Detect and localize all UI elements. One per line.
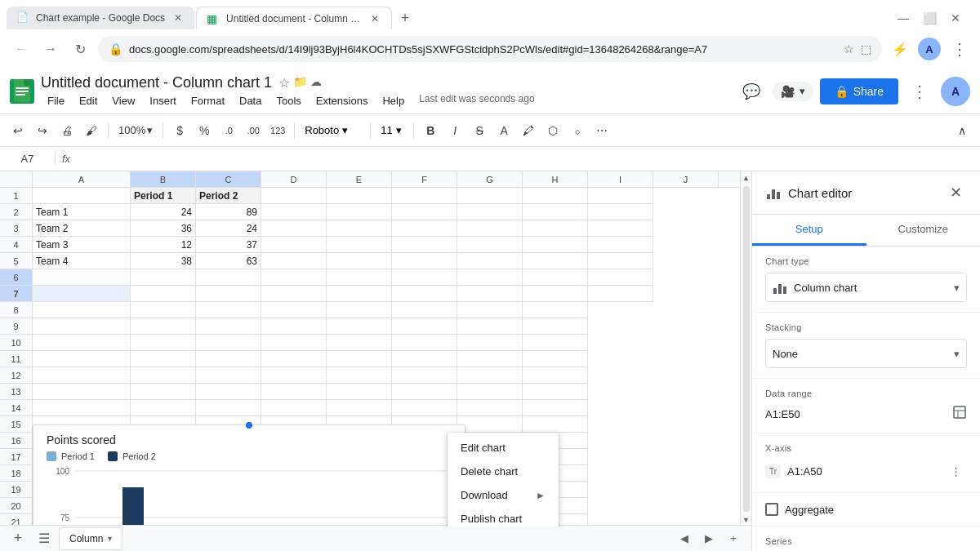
col-header-e[interactable]: E [327,171,392,187]
aggregate-checkbox[interactable] [765,503,778,516]
row-num-19[interactable]: 19 [0,482,33,498]
chat-icon[interactable]: 💬 [737,77,766,106]
menu-insert[interactable]: Insert [143,93,183,109]
cell-b6[interactable] [131,269,196,286]
cell-c7[interactable] [196,286,261,302]
cell-reference[interactable]: A7 [7,153,56,165]
cell-h6[interactable] [523,269,588,286]
cell-b2[interactable]: 24 [131,204,196,220]
vertical-scrollbar[interactable]: ▲ ▼ [740,171,751,527]
stacking-select[interactable]: None ▾ [765,339,967,368]
chart-editor-close-button[interactable]: ✕ [944,181,967,204]
italic-button[interactable]: I [443,119,466,142]
cell-g6[interactable] [457,269,523,286]
menu-view[interactable]: View [105,93,141,109]
close-browser-button[interactable]: ✕ [944,7,967,29]
cell-i2[interactable] [588,204,653,220]
print-button[interactable]: 🖨 [56,119,78,142]
col-header-d[interactable]: D [261,171,327,187]
menu-extensions[interactable]: Extensions [310,93,375,109]
add-sheet-icon[interactable]: + [722,527,745,550]
chart-type-select[interactable]: Column chart ▾ [765,273,967,302]
scroll-up-button[interactable]: ▲ [740,171,751,184]
cell-h5[interactable] [523,253,588,269]
menu-file[interactable]: File [41,93,71,109]
cell-e4[interactable] [327,237,392,253]
cell-a6[interactable] [33,269,131,286]
col-header-f[interactable]: F [392,171,457,187]
row-num-2[interactable]: 2 [0,204,33,220]
bookmark-icon[interactable]: ☆ [844,42,854,56]
scroll-track[interactable] [743,186,750,512]
collapse-toolbar-button[interactable]: ∧ [951,119,973,142]
cell-h1[interactable] [523,188,588,204]
col-header-g[interactable]: G [457,171,523,187]
cell-f6[interactable] [392,269,457,286]
row-num-6[interactable]: 6 [0,269,33,286]
cell-i1[interactable] [588,188,653,204]
strikethrough-button[interactable]: S [468,119,491,142]
pip-icon[interactable]: ⬚ [861,42,871,56]
cell-e6[interactable] [327,269,392,286]
row-num-9[interactable]: 9 [0,318,33,335]
cell-a5[interactable]: Team 4 [33,253,131,269]
cell-f1[interactable] [392,188,457,204]
cell-d4[interactable] [261,237,327,253]
tab-untitled[interactable]: ▦ Untitled document - Column cha... ✕ [196,7,392,29]
cell-a3[interactable]: Team 2 [33,220,131,237]
cell-h4[interactable] [523,237,588,253]
cell-d3[interactable] [261,220,327,237]
cell-i3[interactable] [588,220,653,237]
cell-e2[interactable] [327,204,392,220]
cell-c4[interactable]: 37 [196,237,261,253]
font-select[interactable]: Roboto ▾ [300,122,365,138]
undo-button[interactable]: ↩ [7,119,29,142]
cell-i6[interactable] [588,269,653,286]
decimal1-button[interactable]: .0 [217,119,240,142]
tab-setup[interactable]: Setup [752,215,866,246]
cell-i5[interactable] [588,253,653,269]
context-menu-publish[interactable]: Publish chart [448,507,559,527]
row-num-12[interactable]: 12 [0,367,33,384]
cell-i7[interactable] [588,286,653,302]
menu-data[interactable]: Data [233,93,268,109]
sheet-prev-button[interactable]: ◀ [673,527,696,550]
cell-e1[interactable] [327,188,392,204]
col-header-a[interactable]: A [33,171,131,187]
row-num-4[interactable]: 4 [0,237,33,253]
merge-button[interactable]: ⬦ [566,119,589,142]
font-size-select[interactable]: 11 ▾ [376,122,408,138]
cell-a4[interactable]: Team 3 [33,237,131,253]
cell-e3[interactable] [327,220,392,237]
cell-e5[interactable] [327,253,392,269]
more-formats-button[interactable]: ⋯ [590,119,613,142]
row-num-16[interactable]: 16 [0,433,33,449]
row-num-18[interactable]: 18 [0,465,33,482]
context-menu-download[interactable]: Download ► [448,483,559,507]
decimal2-button[interactable]: .00 [242,119,265,142]
row-num-15[interactable]: 15 [0,416,33,433]
cell-i4[interactable] [588,237,653,253]
row-num-20[interactable]: 20 [0,498,33,514]
col-header-c[interactable]: C [196,171,261,187]
row-num-3[interactable]: 3 [0,220,33,237]
row-num-8[interactable]: 8 [0,302,33,318]
extensions-icon[interactable]: ⚡ [889,38,911,60]
row-num-14[interactable]: 14 [0,400,33,416]
border-button[interactable]: ⬡ [541,119,564,142]
refresh-button[interactable]: ↻ [69,38,91,60]
last-edit-label[interactable]: Last edit was seconds ago [419,93,534,109]
cell-g2[interactable] [457,204,523,220]
cell-d1[interactable] [261,188,327,204]
user-avatar[interactable]: A [941,77,970,106]
row-num-7[interactable]: 7 [0,286,33,302]
highlight-button[interactable]: 🖍 [517,119,540,142]
cell-d2[interactable] [261,204,327,220]
cell-d5[interactable] [261,253,327,269]
tab-close-2[interactable]: ✕ [368,12,381,25]
cell-f3[interactable] [392,220,457,237]
data-range-edit-icon[interactable] [952,405,967,423]
cell-f7[interactable] [392,286,457,302]
cell-g4[interactable] [457,237,523,253]
tab-close-1[interactable]: ✕ [172,11,185,24]
